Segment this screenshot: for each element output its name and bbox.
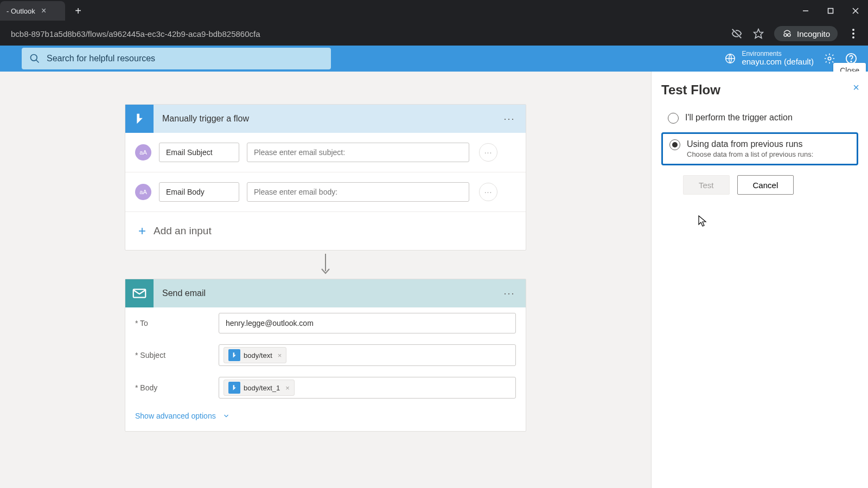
address-bar-row: bcb8-897b1a5d8b63/flows/a962445a-ec3c-42…	[0, 22, 868, 46]
text-type-icon: aA	[135, 144, 151, 160]
trigger-card-header[interactable]: Manually trigger a flow ···	[125, 105, 526, 133]
show-advanced-label: Show advanced options	[135, 412, 216, 420]
cancel-button[interactable]: Cancel	[737, 175, 794, 195]
window-controls	[793, 0, 868, 22]
url-text: bcb8-897b1a5d8b63/flows/a962445a-ec3c-42…	[11, 29, 260, 38]
action-card-header[interactable]: Send email ···	[125, 279, 526, 307]
address-bar[interactable]: bcb8-897b1a5d8b63/flows/a962445a-ec3c-42…	[4, 25, 726, 42]
radio-option-manual[interactable]: I'll perform the trigger action	[661, 107, 858, 129]
close-window-icon[interactable]	[843, 0, 868, 22]
trigger-param-row: aA Email Subject ···	[125, 133, 526, 172]
incognito-icon	[782, 28, 793, 39]
token-text: body/text	[244, 351, 272, 359]
new-tab-button[interactable]: +	[71, 3, 86, 18]
radio-icon	[669, 139, 680, 150]
subject-field[interactable]: body/text ×	[219, 344, 516, 366]
tab-title: - Outlook	[7, 7, 35, 15]
token-text: body/text_1	[244, 384, 280, 392]
param-more-icon[interactable]: ···	[479, 143, 497, 162]
action-card: Send email ··· * To henry.legge@outlook.…	[125, 279, 526, 432]
minimize-icon[interactable]	[793, 0, 818, 22]
app-header: Search for helpful resources Environment…	[0, 46, 868, 72]
token-remove-icon[interactable]: ×	[276, 351, 282, 359]
search-icon	[29, 53, 40, 64]
field-row-body: * Body body/text_1 ×	[125, 371, 526, 404]
dynamic-token[interactable]: body/text ×	[224, 347, 286, 363]
mail-icon	[125, 279, 154, 307]
chevron-down-icon	[222, 412, 230, 420]
flow-token-icon	[228, 382, 240, 394]
radio-icon	[668, 113, 679, 124]
globe-icon	[724, 53, 736, 65]
connector-arrow	[319, 251, 332, 279]
field-row-subject: * Subject body/text ×	[125, 339, 526, 371]
param-more-icon[interactable]: ···	[479, 183, 497, 201]
add-input-button[interactable]: + Add an input	[125, 212, 526, 250]
maximize-icon[interactable]	[818, 0, 843, 22]
field-row-to: * To henry.legge@outlook.com	[125, 307, 526, 339]
flow-token-icon	[228, 349, 240, 361]
trigger-card-title: Manually trigger a flow	[154, 114, 499, 124]
svg-point-6	[788, 34, 790, 36]
svg-point-15	[851, 61, 851, 62]
param-input-body[interactable]	[247, 182, 469, 202]
to-field[interactable]: henry.legge@outlook.com	[219, 313, 516, 333]
svg-point-5	[784, 34, 787, 36]
browser-tab[interactable]: - Outlook ×	[0, 1, 65, 21]
svg-rect-1	[828, 9, 833, 14]
environment-label: Environments	[742, 50, 814, 57]
card-more-icon[interactable]: ···	[499, 108, 520, 130]
svg-point-10	[31, 55, 37, 61]
star-icon[interactable]	[752, 28, 764, 40]
svg-marker-4	[754, 29, 763, 38]
browser-tab-strip: - Outlook × +	[0, 0, 868, 22]
param-label[interactable]: Email Subject	[159, 143, 239, 162]
test-flow-panel: Test Flow × I'll perform the trigger act…	[651, 72, 868, 488]
incognito-badge[interactable]: Incognito	[774, 26, 838, 41]
text-type-icon: aA	[135, 184, 151, 200]
search-input[interactable]: Search for helpful resources	[22, 48, 331, 69]
incognito-label: Incognito	[797, 29, 830, 38]
param-label[interactable]: Email Body	[159, 182, 239, 202]
panel-close-icon[interactable]: ×	[853, 81, 859, 94]
svg-point-7	[852, 29, 854, 31]
trigger-card: Manually trigger a flow ··· aA Email Sub…	[125, 104, 526, 251]
radio-label: I'll perform the trigger action	[685, 113, 793, 123]
body-field[interactable]: body/text_1 ×	[219, 377, 516, 399]
svg-point-9	[852, 36, 854, 38]
param-input-subject[interactable]	[247, 143, 469, 162]
add-input-label: Add an input	[154, 225, 212, 237]
trigger-param-row: aA Email Body ···	[125, 172, 526, 212]
to-value: henry.legge@outlook.com	[224, 317, 316, 330]
show-advanced-toggle[interactable]: Show advanced options	[125, 404, 526, 431]
flow-trigger-icon	[125, 105, 154, 133]
environment-name: enayu.com (default)	[742, 57, 814, 67]
browser-menu-icon[interactable]	[847, 28, 859, 40]
radio-option-previous-runs[interactable]: Using data from previous runs Choose dat…	[661, 132, 858, 165]
environment-picker[interactable]: Environments enayu.com (default)	[724, 50, 814, 67]
card-more-icon[interactable]: ···	[499, 282, 520, 304]
to-label: * To	[135, 319, 211, 328]
plus-icon: +	[138, 223, 146, 239]
svg-point-8	[852, 33, 854, 35]
token-remove-icon[interactable]: ×	[283, 384, 290, 392]
radio-label: Using data from previous runs	[687, 139, 813, 149]
body-label: * Body	[135, 383, 211, 392]
subject-label: * Subject	[135, 351, 211, 359]
search-placeholder: Search for helpful resources	[47, 54, 155, 63]
close-icon[interactable]: ×	[40, 7, 48, 15]
dynamic-token[interactable]: body/text_1 ×	[224, 380, 295, 396]
test-button: Test	[683, 175, 730, 195]
eye-off-icon[interactable]	[731, 28, 743, 40]
svg-point-13	[828, 57, 831, 60]
flow-canvas: Manually trigger a flow ··· aA Email Sub…	[0, 72, 651, 488]
panel-title: Test Flow	[661, 82, 858, 98]
radio-sublabel: Choose data from a list of previous runs…	[687, 150, 813, 158]
svg-line-11	[36, 60, 39, 63]
action-card-title: Send email	[154, 288, 499, 298]
